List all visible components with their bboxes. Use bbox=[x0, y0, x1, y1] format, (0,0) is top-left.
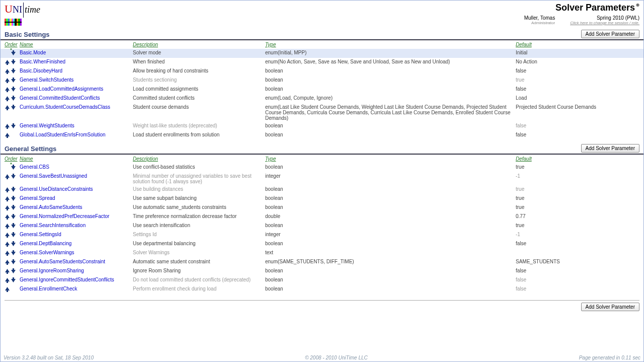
param-name-link[interactable]: General.LoadCommittedAssignments bbox=[20, 86, 103, 92]
param-name-link[interactable]: General.UseDistanceConstraints bbox=[20, 186, 93, 192]
table-row[interactable]: General.EnrollmentCheck Perform enrollme… bbox=[1, 285, 643, 294]
col-name[interactable]: Name bbox=[20, 42, 33, 47]
move-down-icon[interactable] bbox=[11, 232, 16, 238]
param-name-link[interactable]: General.CBS bbox=[20, 164, 49, 170]
move-down-icon[interactable] bbox=[11, 187, 16, 192]
param-name-link[interactable]: Curriculum.StudentCourseDemadsClass bbox=[20, 104, 110, 110]
move-down-icon[interactable] bbox=[11, 205, 16, 210]
move-down-icon[interactable] bbox=[11, 250, 16, 256]
param-name-link[interactable]: General.AutoSameStudents bbox=[20, 204, 83, 210]
table-row[interactable]: General.IgnoreRoomSharing Ignore Room Sh… bbox=[1, 267, 643, 276]
table-row[interactable]: General.AutoSameStudentsConstraint Autom… bbox=[1, 258, 643, 267]
table-row[interactable]: General.DeptBalancing Use departmental b… bbox=[1, 240, 643, 249]
param-name-link[interactable]: Basic.WhenFinished bbox=[20, 59, 65, 64]
table-row[interactable]: Curriculum.StudentCourseDemadsClass Stud… bbox=[1, 103, 643, 122]
table-row[interactable]: General.SwitchStudents Students sectioni… bbox=[1, 76, 643, 85]
move-down-icon[interactable] bbox=[11, 174, 16, 179]
table-row[interactable]: Basic.WhenFinished When finished enum(No… bbox=[1, 58, 643, 67]
move-up-icon[interactable] bbox=[5, 205, 10, 210]
table-row[interactable]: General.SaveBestUnassigned Minimal numbe… bbox=[1, 172, 643, 185]
param-name-link[interactable]: General.SaveBestUnassigned bbox=[20, 173, 87, 179]
move-up-icon[interactable] bbox=[5, 268, 10, 274]
col-order[interactable]: Order bbox=[5, 156, 18, 162]
move-down-icon[interactable] bbox=[11, 50, 16, 56]
move-up-icon[interactable] bbox=[5, 250, 10, 256]
param-name-link[interactable]: General.AutoSameStudentsConstraint bbox=[20, 259, 105, 264]
move-down-icon[interactable] bbox=[11, 223, 16, 229]
table-row[interactable]: General.SettingsId Settings Id integer -… bbox=[1, 231, 643, 240]
table-row[interactable]: General.NormalizedPrefDecreaseFactor Tim… bbox=[1, 212, 643, 222]
add-solver-parameter-button[interactable]: Add Solver Parameter bbox=[581, 303, 639, 311]
move-up-icon[interactable] bbox=[5, 232, 10, 238]
move-down-icon[interactable] bbox=[11, 241, 16, 247]
table-row[interactable]: General.SolverWarnings Solver Warnings t… bbox=[1, 249, 643, 258]
param-name-link[interactable]: General.SettingsId bbox=[20, 232, 61, 237]
move-down-icon[interactable] bbox=[11, 68, 16, 74]
move-up-icon[interactable] bbox=[5, 223, 10, 229]
move-down-icon[interactable] bbox=[11, 87, 16, 92]
move-down-icon[interactable] bbox=[11, 277, 16, 283]
col-order[interactable]: Order bbox=[5, 42, 18, 47]
param-name-link[interactable]: General.EnrollmentCheck bbox=[20, 286, 77, 292]
param-name-link[interactable]: General.SearchIntensification bbox=[20, 223, 86, 228]
move-up-icon[interactable] bbox=[5, 78, 10, 83]
move-up-icon[interactable] bbox=[5, 68, 10, 74]
table-row[interactable]: General.UseDistanceConstraints Use build… bbox=[1, 185, 643, 194]
move-up-icon[interactable] bbox=[5, 132, 10, 138]
move-down-icon[interactable] bbox=[11, 214, 16, 220]
table-row[interactable]: General.IgnoreCommittedStudentConflicts … bbox=[1, 276, 643, 285]
table-row[interactable]: General.AutoSameStudents Use automatic s… bbox=[1, 203, 643, 212]
col-description[interactable]: Description bbox=[133, 156, 158, 162]
move-down-icon[interactable] bbox=[11, 59, 16, 65]
col-type[interactable]: Type bbox=[265, 42, 276, 47]
help-icon[interactable]: ◉ bbox=[636, 3, 639, 7]
table-row[interactable]: Global.LoadStudentEnrlsFromSolution Load… bbox=[1, 131, 643, 140]
move-down-icon[interactable] bbox=[11, 96, 16, 101]
param-name-link[interactable]: General.IgnoreRoomSharing bbox=[20, 268, 84, 273]
table-row[interactable]: General.SearchIntensification Use search… bbox=[1, 222, 643, 231]
add-solver-parameter-button[interactable]: Add Solver Parameter bbox=[581, 30, 639, 38]
table-row[interactable]: General.LoadCommittedAssignments Load co… bbox=[1, 85, 643, 94]
move-down-icon[interactable] bbox=[11, 78, 16, 83]
move-up-icon[interactable] bbox=[5, 277, 10, 283]
col-name[interactable]: Name bbox=[20, 156, 33, 162]
param-name-link[interactable]: General.SwitchStudents bbox=[20, 77, 73, 83]
move-up-icon[interactable] bbox=[5, 259, 10, 265]
move-up-icon[interactable] bbox=[5, 196, 10, 201]
param-name-link[interactable]: General.DeptBalancing bbox=[20, 241, 71, 246]
move-down-icon[interactable] bbox=[11, 268, 16, 274]
move-up-icon[interactable] bbox=[5, 105, 10, 110]
param-name-link[interactable]: General.NormalizedPrefDecreaseFactor bbox=[20, 213, 109, 219]
move-up-icon[interactable] bbox=[5, 286, 10, 292]
col-type[interactable]: Type bbox=[265, 156, 276, 162]
param-name-link[interactable]: General.CommittedStudentConflicts bbox=[20, 95, 100, 101]
move-down-icon[interactable] bbox=[11, 259, 16, 265]
move-up-icon[interactable] bbox=[5, 96, 10, 101]
table-row[interactable]: General.CommittedStudentConflicts Commit… bbox=[1, 94, 643, 103]
move-down-icon[interactable] bbox=[11, 123, 16, 129]
move-up-icon[interactable] bbox=[5, 174, 10, 179]
move-up-icon[interactable] bbox=[5, 59, 10, 65]
move-down-icon[interactable] bbox=[11, 105, 16, 110]
table-row[interactable]: General.CBS Use conflict-based statistic… bbox=[1, 163, 643, 172]
table-row[interactable]: Basic.DisobeyHard Allow breaking of hard… bbox=[1, 67, 643, 76]
table-row[interactable]: General.WeightStudents Weight last-like … bbox=[1, 122, 643, 131]
table-row[interactable]: Basic.Mode Solver mode enum(Initial, MPP… bbox=[1, 49, 643, 58]
param-name-link[interactable]: Basic.Mode bbox=[20, 50, 46, 55]
param-name-link[interactable]: General.WeightStudents bbox=[20, 123, 74, 128]
param-name-link[interactable]: General.SolverWarnings bbox=[20, 250, 74, 255]
move-up-icon[interactable] bbox=[5, 214, 10, 220]
move-down-icon[interactable] bbox=[11, 165, 16, 170]
change-session-link[interactable]: Click here to change the session / role. bbox=[570, 21, 639, 25]
col-description[interactable]: Description bbox=[133, 42, 158, 47]
move-up-icon[interactable] bbox=[5, 241, 10, 247]
col-default[interactable]: Default bbox=[516, 156, 532, 162]
move-up-icon[interactable] bbox=[5, 87, 10, 92]
table-row[interactable]: General.Spread Use same subpart balancin… bbox=[1, 194, 643, 203]
footer-copyright[interactable]: © 2008 - 2010 UniTime LLC bbox=[305, 355, 368, 360]
add-solver-parameter-button[interactable]: Add Solver Parameter bbox=[581, 144, 639, 153]
param-name-link[interactable]: Global.LoadStudentEnrlsFromSolution bbox=[20, 132, 106, 137]
move-up-icon[interactable] bbox=[5, 187, 10, 192]
col-default[interactable]: Default bbox=[516, 42, 532, 47]
move-up-icon[interactable] bbox=[5, 123, 10, 129]
